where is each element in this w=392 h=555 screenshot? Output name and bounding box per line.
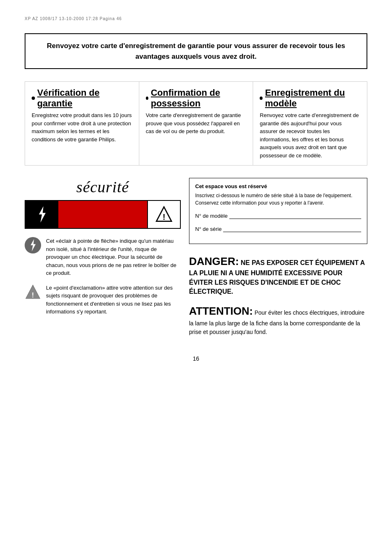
attention-title: ATTENTION: xyxy=(189,305,253,317)
page-number: 16 xyxy=(25,355,367,362)
attention-text: ATTENTION: Pour éviter les chocs électri… xyxy=(189,303,367,336)
exclamation-triangle-icon: ! xyxy=(155,205,173,223)
svg-text:!: ! xyxy=(32,290,34,299)
col-enregistrement: Enregistrement du modèle Renvoyez votre … xyxy=(253,82,367,165)
lightning-box xyxy=(25,201,58,228)
serial-label: N° de série xyxy=(195,226,221,232)
col-verification: Vérification de garantie Enregistrez vot… xyxy=(25,82,139,165)
reserved-text: Inscrivez ci-dessous le numéro de série … xyxy=(195,192,361,207)
warning-symbols-box: ! xyxy=(25,200,181,229)
exclamation-circle-icon: ! xyxy=(25,284,41,300)
danger-section: DANGER: NE PAS EXPOSER CET ÉQUIPEMENT A … xyxy=(189,254,367,297)
left-panel: sécurité ! xyxy=(25,178,181,343)
reserved-space-box: Cet espace vous est réservé Inscrivez ci… xyxy=(189,178,367,244)
exclamation-description: ! Le «point d'exclamation» attire votre … xyxy=(25,284,181,316)
exclamation-box: ! xyxy=(147,201,180,228)
banner-text: Renvoyez votre carte d'enregistrement de… xyxy=(35,41,357,62)
lightning-desc-text: Cet «éclair à pointe de flèche» indique … xyxy=(46,237,181,277)
exclamation-small-triangle-icon: ! xyxy=(25,284,41,300)
serial-underline xyxy=(223,226,361,232)
main-content: sécurité ! xyxy=(25,178,367,343)
col1-text: Enregistrez votre produit dans les 10 jo… xyxy=(32,111,132,143)
meta-header: XP AZ 1008/17 13-10-2000 17:28 Pagina 46 xyxy=(25,16,367,21)
danger-text: DANGER: NE PAS EXPOSER CET ÉQUIPEMENT A … xyxy=(189,254,367,297)
svg-marker-3 xyxy=(31,239,36,251)
reserved-title: Cet espace vous est réservé xyxy=(195,183,361,189)
attention-section: ATTENTION: Pour éviter les chocs électri… xyxy=(189,303,367,336)
registration-banner: Renvoyez votre carte d'enregistrement de… xyxy=(25,33,367,69)
model-underline xyxy=(229,212,361,219)
col1-title: Vérification de garantie xyxy=(32,88,132,109)
col2-title: Confirmation de possession xyxy=(146,88,247,109)
lightning-circle-icon xyxy=(25,237,41,253)
lightning-description: Cet «éclair à pointe de flèche» indique … xyxy=(25,237,181,277)
lightning-icon xyxy=(36,206,48,223)
col-confirmation: Confirmation de possession Votre carte d… xyxy=(139,82,254,165)
col1-bullet xyxy=(32,97,35,100)
red-center-bar xyxy=(58,201,147,228)
three-columns-section: Vérification de garantie Enregistrez vot… xyxy=(25,81,367,166)
model-label: N° de modèle xyxy=(195,213,228,219)
col3-text: Renvoyez votre carte d'enregistrement de… xyxy=(260,111,360,159)
serial-number-field: N° de série xyxy=(195,226,361,232)
exclamation-desc-text: Le «point d'exclamation» attire votre at… xyxy=(46,284,181,316)
svg-marker-0 xyxy=(39,206,46,223)
securite-logo: sécurité xyxy=(25,178,181,196)
col2-bullet xyxy=(146,97,148,100)
col2-text: Votre carte d'enregistrement de garantie… xyxy=(146,111,247,136)
danger-title: DANGER: xyxy=(189,255,239,267)
col3-bullet xyxy=(260,97,263,100)
svg-text:!: ! xyxy=(163,212,166,221)
model-number-field: N° de modèle xyxy=(195,212,361,219)
col3-title: Enregistrement du modèle xyxy=(260,88,360,109)
right-panel: Cet espace vous est réservé Inscrivez ci… xyxy=(189,178,367,343)
